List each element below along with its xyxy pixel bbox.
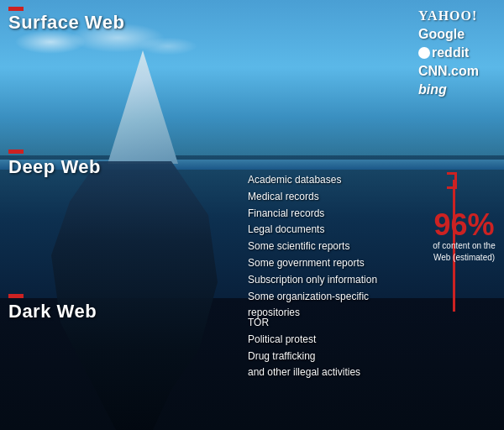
main-container: Surface Web YAHOO! Google reddit CNN.com… xyxy=(0,0,504,430)
deep-item-4: Legal documents xyxy=(248,222,377,239)
stats-description: of content on theWeb (estimated) xyxy=(433,240,496,264)
deep-item-3: Financial records xyxy=(248,206,377,223)
deep-item-5: Some scientific reports xyxy=(248,239,377,255)
deep-red-bar xyxy=(8,149,24,154)
deep-item-1: Academic databases xyxy=(248,172,377,189)
surface-web-label: Surface Web xyxy=(8,12,124,34)
dark-item-1: TOR xyxy=(248,315,360,332)
dark-web-label: Dark Web xyxy=(8,301,97,322)
deep-item-7: Subscription only information xyxy=(248,272,377,289)
brands-list: YAHOO! Google reddit CNN.com bing xyxy=(418,8,479,97)
brand-google: Google xyxy=(418,27,479,42)
surface-red-bar xyxy=(8,7,24,11)
deep-item-2: Medical records xyxy=(248,189,377,206)
deep-item-8: Some organization-specific xyxy=(248,289,377,306)
brand-yahoo: YAHOO! xyxy=(418,8,479,24)
bracket-top xyxy=(447,172,457,181)
brand-cnn: CNN.com xyxy=(418,64,479,79)
deep-web-content: Academic databases Medical records Finan… xyxy=(248,172,377,322)
dark-item-2: Political protest xyxy=(248,332,360,349)
dark-item-4: and other illegal activities xyxy=(248,364,360,381)
dark-web-content: TOR Political protest Drug trafficking a… xyxy=(248,315,360,381)
reddit-icon xyxy=(418,47,430,59)
stats-percent: 96% xyxy=(433,210,496,240)
deep-web-label: Deep Web xyxy=(8,156,101,178)
deep-item-6: Some government reports xyxy=(248,255,377,272)
dark-red-bar xyxy=(8,294,24,298)
brand-bing: bing xyxy=(418,82,479,97)
bracket-bottom xyxy=(447,181,457,189)
brand-reddit: reddit xyxy=(418,45,479,60)
dark-item-3: Drug trafficking xyxy=(248,349,360,365)
stats-container: 96% of content on theWeb (estimated) xyxy=(433,210,496,264)
